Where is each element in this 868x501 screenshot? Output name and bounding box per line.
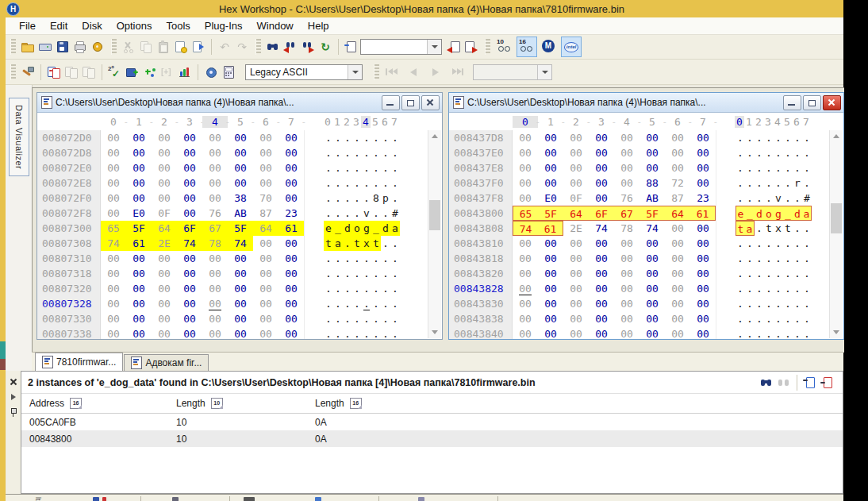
hex-byte[interactable]: 00 bbox=[538, 281, 563, 296]
ascii-char[interactable]: _ bbox=[333, 221, 343, 236]
hex-byte[interactable]: 72 bbox=[665, 175, 690, 191]
intel-button[interactable]: intel bbox=[561, 37, 582, 57]
hex-byte[interactable]: 00 bbox=[278, 281, 304, 296]
ascii-char[interactable]: o bbox=[764, 206, 774, 221]
ascii-char[interactable]: . bbox=[735, 311, 745, 326]
ascii-char[interactable]: . bbox=[755, 236, 764, 251]
ascii-char[interactable]: . bbox=[745, 236, 755, 251]
ascii-char[interactable]: . bbox=[755, 160, 764, 175]
hex-byte[interactable]: 64 bbox=[563, 206, 589, 221]
ascii-char[interactable]: . bbox=[324, 191, 333, 206]
pin-results-icon[interactable] bbox=[9, 407, 18, 417]
ascii-char[interactable]: p bbox=[381, 191, 390, 206]
hex-byte[interactable]: 23 bbox=[690, 191, 716, 206]
ascii-char[interactable]: . bbox=[371, 206, 381, 221]
ascii-char[interactable]: t bbox=[352, 236, 362, 251]
ascii-char[interactable]: . bbox=[343, 281, 352, 296]
hex-byte[interactable]: 00 bbox=[538, 236, 563, 251]
close-results-icon[interactable] bbox=[9, 377, 18, 387]
hex-byte[interactable]: 00 bbox=[177, 206, 202, 221]
ascii-char[interactable]: . bbox=[362, 130, 371, 145]
hex-rows[interactable]: 008072D00000000000000000........008072D8… bbox=[37, 130, 428, 339]
ascii-char[interactable]: . bbox=[343, 326, 352, 339]
ascii-char[interactable]: . bbox=[381, 175, 390, 191]
ascii-char[interactable]: . bbox=[774, 266, 783, 281]
hex-byte[interactable]: 00 bbox=[278, 191, 304, 206]
hex-byte[interactable]: AB bbox=[639, 191, 665, 206]
hex-byte[interactable]: 00 bbox=[202, 251, 228, 266]
ascii-char[interactable]: . bbox=[802, 251, 812, 266]
ascii-char[interactable]: . bbox=[333, 160, 343, 175]
hex-byte[interactable]: 00 bbox=[152, 191, 177, 206]
hex-col-header[interactable]: 6 bbox=[253, 116, 278, 128]
hex-byte[interactable]: 00 bbox=[177, 311, 202, 326]
goto-previous-icon[interactable] bbox=[447, 40, 461, 54]
ascii-char[interactable]: . bbox=[352, 266, 362, 281]
ascii-char[interactable]: . bbox=[755, 145, 764, 160]
ascii-char[interactable]: . bbox=[793, 191, 802, 206]
ascii-char[interactable]: . bbox=[745, 311, 755, 326]
hex-row[interactable]: 008072F800E00F0076AB8723....v..# bbox=[37, 206, 428, 221]
toolbar-grip[interactable] bbox=[485, 39, 490, 55]
result-row[interactable]: 005CA0FB100A bbox=[21, 414, 843, 430]
ascii-char[interactable]: e bbox=[735, 206, 745, 221]
hex-byte[interactable]: 00 bbox=[665, 326, 690, 339]
hex-byte[interactable]: 00 bbox=[690, 326, 716, 339]
ascii-char[interactable]: . bbox=[764, 251, 774, 266]
hex-byte[interactable]: 0F bbox=[152, 206, 177, 221]
vertical-scrollbar[interactable] bbox=[428, 130, 441, 338]
hex-byte[interactable]: 00 bbox=[126, 281, 152, 296]
hex-byte[interactable]: 00 bbox=[177, 326, 202, 339]
ascii-char[interactable]: . bbox=[343, 311, 352, 326]
hex-byte[interactable]: 61 bbox=[538, 221, 563, 236]
hex-byte[interactable]: 5F bbox=[639, 206, 665, 221]
hex-byte[interactable]: 00 bbox=[253, 251, 278, 266]
structures-add-icon[interactable] bbox=[125, 65, 140, 79]
hex-col-header[interactable]: 0 bbox=[101, 116, 126, 128]
hex-byte[interactable]: 00 bbox=[614, 251, 639, 266]
ascii-char[interactable]: . bbox=[764, 236, 774, 251]
hex-byte[interactable]: 00 bbox=[177, 145, 202, 160]
hex-byte[interactable]: 00 bbox=[152, 251, 177, 266]
hex-byte[interactable]: 00 bbox=[690, 130, 716, 145]
ascii-char[interactable]: . bbox=[333, 191, 343, 206]
hex-byte[interactable]: 00 bbox=[202, 311, 228, 326]
hex-byte[interactable]: 67 bbox=[202, 221, 228, 236]
ascii-char[interactable]: . bbox=[390, 236, 400, 251]
hex-row[interactable]: 0084380874612E7478740000ta.txt.. bbox=[449, 221, 829, 236]
hex-byte[interactable]: 00 bbox=[253, 281, 278, 296]
ascii-char[interactable]: v bbox=[774, 191, 783, 206]
hex-byte[interactable]: 00 bbox=[101, 130, 126, 145]
hex-byte[interactable]: 00 bbox=[589, 326, 614, 339]
ascii-char[interactable]: . bbox=[764, 145, 774, 160]
ascii-char[interactable]: . bbox=[793, 130, 802, 145]
ascii-char[interactable]: e bbox=[324, 221, 333, 236]
hex-byte[interactable]: E0 bbox=[538, 191, 563, 206]
ascii-char[interactable]: . bbox=[745, 281, 755, 296]
ascii-char[interactable]: . bbox=[783, 266, 793, 281]
hex-row[interactable]: 008438180000000000000000........ bbox=[449, 251, 829, 266]
hex-byte[interactable]: 00 bbox=[253, 266, 278, 281]
hex-byte[interactable]: 00 bbox=[202, 160, 228, 175]
ascii-char[interactable]: _ bbox=[371, 221, 381, 236]
ascii-char[interactable]: . bbox=[793, 311, 802, 326]
doc-tab[interactable]: Адвокам fir... bbox=[124, 354, 209, 371]
ascii-char[interactable]: . bbox=[793, 281, 802, 296]
ascii-char[interactable]: . bbox=[783, 130, 793, 145]
ascii-char[interactable]: . bbox=[745, 296, 755, 311]
ascii-char[interactable]: . bbox=[755, 266, 764, 281]
hex-byte[interactable]: 00 bbox=[228, 326, 253, 339]
hex-byte[interactable]: 00 bbox=[513, 251, 538, 266]
hex-byte[interactable]: 00 bbox=[614, 311, 639, 326]
hex-byte[interactable]: 00 bbox=[639, 266, 665, 281]
ascii-char[interactable]: . bbox=[745, 191, 755, 206]
menu-item-options[interactable]: Options bbox=[109, 18, 159, 33]
ascii-char[interactable]: . bbox=[802, 130, 812, 145]
ascii-char[interactable]: . bbox=[793, 326, 802, 339]
goto-next-icon[interactable] bbox=[464, 40, 478, 54]
hex-byte[interactable]: 00 bbox=[665, 311, 690, 326]
hex-byte[interactable]: 76 bbox=[202, 206, 228, 221]
combobox-arrow-icon[interactable] bbox=[427, 40, 441, 54]
hex-row[interactable]: 008438380000000000000000........ bbox=[449, 311, 829, 326]
hex-byte[interactable]: 00 bbox=[126, 251, 152, 266]
